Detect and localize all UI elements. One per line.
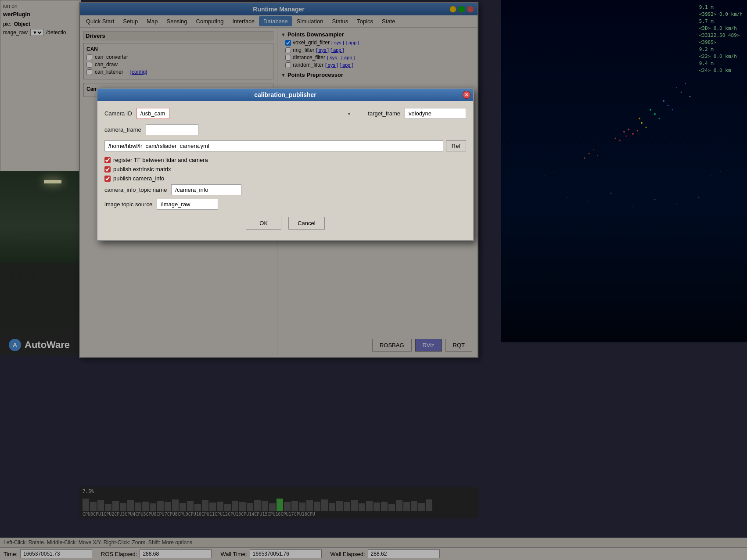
- publish-extrinsic-checkbox[interactable]: [104, 166, 111, 172]
- image-topic-input[interactable]: [157, 199, 218, 210]
- modal-title: calibration_publisher: [254, 91, 316, 98]
- register-tf-option: register TF between lidar and camera: [104, 157, 466, 163]
- modal-overlay: calibration_publisher × Camera ID /usb_c…: [0, 0, 747, 560]
- camera-info-topic-input[interactable]: [171, 184, 241, 195]
- target-frame-input[interactable]: [405, 108, 466, 119]
- file-path-row: Ref: [104, 140, 466, 151]
- modal-content: Camera ID /usb_cam target_frame camera_f…: [97, 101, 473, 240]
- camera-id-select-wrapper: /usb_cam: [136, 108, 355, 119]
- camera-info-topic-row: camera_info_topic name: [104, 184, 466, 195]
- camera-id-label: Camera ID: [104, 110, 132, 117]
- target-frame-label: target_frame: [368, 110, 400, 117]
- modal-titlebar: calibration_publisher ×: [97, 89, 473, 101]
- publish-camera-info-checkbox[interactable]: [104, 176, 111, 182]
- publish-camera-info-label: publish camera_info: [113, 175, 164, 182]
- register-tf-checkbox[interactable]: [104, 157, 111, 163]
- cancel-button[interactable]: Cancel: [288, 217, 324, 230]
- camera-id-select[interactable]: /usb_cam: [136, 108, 169, 119]
- register-tf-label: register TF between lidar and camera: [113, 157, 208, 163]
- camera-id-row: Camera ID /usb_cam target_frame: [104, 108, 466, 119]
- camera-info-topic-label: camera_info_topic name: [104, 187, 167, 193]
- ok-button[interactable]: OK: [246, 217, 281, 230]
- modal-buttons: OK Cancel: [104, 217, 466, 233]
- publish-camera-info-option: publish camera_info: [104, 175, 466, 182]
- image-topic-row: image topic source: [104, 199, 466, 210]
- modal-close-button[interactable]: ×: [463, 91, 470, 99]
- camera-frame-label: camera_frame: [104, 126, 141, 133]
- file-path-input[interactable]: [104, 140, 443, 151]
- calibration-publisher-dialog: calibration_publisher × Camera ID /usb_c…: [97, 88, 474, 241]
- camera-frame-row: camera_frame: [104, 124, 466, 135]
- camera-frame-input[interactable]: [146, 124, 198, 135]
- publish-extrinsic-option: publish extrinsic matrix: [104, 166, 466, 172]
- publish-extrinsic-label: publish extrinsic matrix: [113, 166, 171, 172]
- ref-button[interactable]: Ref: [446, 140, 466, 151]
- image-topic-label: image topic source: [104, 201, 152, 208]
